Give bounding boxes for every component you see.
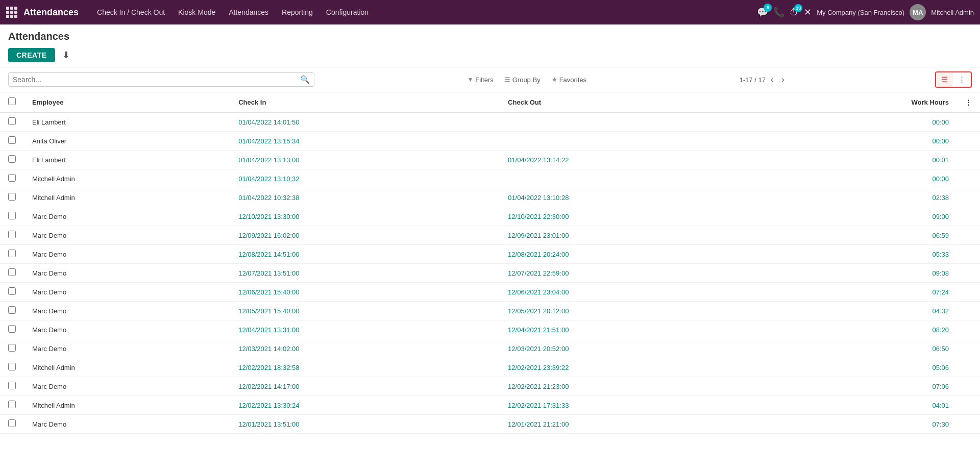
row-checkbox[interactable] <box>8 136 16 144</box>
checkin-cell[interactable]: 12/10/2021 13:30:00 <box>230 207 500 226</box>
employee-cell[interactable]: Marc Demo <box>24 415 230 434</box>
employee-cell[interactable]: Marc Demo <box>24 339 230 358</box>
checkin-cell[interactable]: 01/04/2022 13:13:00 <box>230 151 500 169</box>
employee-cell[interactable]: Marc Demo <box>24 283 230 302</box>
row-more-cell[interactable] <box>957 283 980 302</box>
checkin-cell[interactable]: 12/09/2021 16:02:00 <box>230 226 500 245</box>
checkout-cell[interactable]: 12/05/2021 20:12:00 <box>500 302 769 320</box>
row-checkbox[interactable] <box>8 401 16 408</box>
employee-cell[interactable]: Eli Lambert <box>24 151 230 169</box>
checkin-cell[interactable]: 12/04/2021 13:31:00 <box>230 320 500 339</box>
row-more-cell[interactable] <box>957 151 980 169</box>
employee-cell[interactable]: Mitchell Admin <box>24 188 230 207</box>
row-more-cell[interactable] <box>957 264 980 283</box>
employee-cell[interactable]: Mitchell Admin <box>24 396 230 415</box>
row-checkbox[interactable] <box>8 344 16 352</box>
checkout-cell[interactable] <box>500 132 769 151</box>
row-more-cell[interactable] <box>957 132 980 151</box>
checkin-cell[interactable]: 12/02/2021 14:17:00 <box>230 377 500 396</box>
employee-cell[interactable]: Marc Demo <box>24 245 230 264</box>
checkin-cell[interactable]: 12/02/2021 13:30:24 <box>230 396 500 415</box>
row-more-cell[interactable] <box>957 320 980 339</box>
nav-kiosk[interactable]: Kiosk Mode <box>172 5 222 19</box>
row-more-cell[interactable] <box>957 358 980 377</box>
employee-cell[interactable]: Marc Demo <box>24 377 230 396</box>
nav-checkin[interactable]: Check In / Check Out <box>91 5 171 19</box>
checkout-cell[interactable]: 12/04/2021 21:51:00 <box>500 320 769 339</box>
row-more-cell[interactable] <box>957 377 980 396</box>
checkout-cell[interactable]: 12/02/2021 23:39:22 <box>500 358 769 377</box>
clock-icon-btn[interactable]: ⏱ 33 <box>790 7 799 18</box>
row-checkbox[interactable] <box>8 382 16 389</box>
checkout-cell[interactable]: 12/01/2021 21:21:00 <box>500 415 769 434</box>
prev-page-button[interactable]: ‹ <box>768 74 776 85</box>
search-input[interactable] <box>13 76 300 84</box>
employee-cell[interactable]: Eli Lambert <box>24 112 230 132</box>
checkin-cell[interactable]: 12/05/2021 15:40:00 <box>230 302 500 320</box>
checkout-cell[interactable] <box>500 112 769 132</box>
groupby-button[interactable]: ☰ Group By <box>500 73 546 86</box>
row-checkbox[interactable] <box>8 268 16 276</box>
checkin-cell[interactable]: 12/08/2021 14:51:00 <box>230 245 500 264</box>
filters-button[interactable]: ▼ Filters <box>462 73 498 86</box>
row-more-cell[interactable] <box>957 339 980 358</box>
checkout-cell[interactable]: 12/06/2021 23:04:00 <box>500 283 769 302</box>
checkout-cell[interactable]: 12/02/2021 21:23:00 <box>500 377 769 396</box>
checkout-cell[interactable]: 12/03/2021 20:52:00 <box>500 339 769 358</box>
row-checkbox[interactable] <box>8 212 16 219</box>
checkout-cell[interactable] <box>500 169 769 188</box>
checkout-cell[interactable]: 12/10/2021 22:30:00 <box>500 207 769 226</box>
checkin-cell[interactable]: 12/07/2021 13:51:00 <box>230 264 500 283</box>
next-page-button[interactable]: › <box>778 74 787 85</box>
row-checkbox[interactable] <box>8 250 16 257</box>
nav-reporting[interactable]: Reporting <box>276 5 319 19</box>
row-checkbox[interactable] <box>8 363 16 370</box>
row-checkbox[interactable] <box>8 174 16 182</box>
close-icon-btn[interactable]: ✕ <box>804 7 812 18</box>
download-button[interactable]: ⬇ <box>59 47 73 63</box>
row-more-cell[interactable] <box>957 188 980 207</box>
nav-configuration[interactable]: Configuration <box>320 5 375 19</box>
chat-icon-btn[interactable]: 💬 8 <box>757 7 768 18</box>
checkout-cell[interactable]: 12/09/2021 23:01:00 <box>500 226 769 245</box>
checkin-cell[interactable]: 01/04/2022 13:15:34 <box>230 132 500 151</box>
checkin-cell[interactable]: 12/03/2021 14:02:00 <box>230 339 500 358</box>
row-more-cell[interactable] <box>957 112 980 132</box>
list-view-button[interactable]: ☰ <box>936 72 953 87</box>
checkin-cell[interactable]: 12/06/2021 15:40:00 <box>230 283 500 302</box>
row-checkbox[interactable] <box>8 193 16 201</box>
apps-icon[interactable] <box>6 7 17 18</box>
row-checkbox[interactable] <box>8 306 16 314</box>
employee-cell[interactable]: Mitchell Admin <box>24 169 230 188</box>
phone-icon-btn[interactable]: 📞 <box>773 7 785 18</box>
checkin-cell[interactable]: 01/04/2022 14:01:50 <box>230 112 500 132</box>
row-more-cell[interactable] <box>957 415 980 434</box>
row-more-cell[interactable] <box>957 396 980 415</box>
favorites-button[interactable]: ★ Favorites <box>547 73 592 86</box>
checkin-cell[interactable]: 01/04/2022 13:10:32 <box>230 169 500 188</box>
row-checkbox[interactable] <box>8 287 16 295</box>
employee-cell[interactable]: Marc Demo <box>24 320 230 339</box>
row-more-cell[interactable] <box>957 302 980 320</box>
checkout-cell[interactable]: 12/02/2021 17:31:33 <box>500 396 769 415</box>
row-checkbox[interactable] <box>8 325 16 333</box>
row-more-cell[interactable] <box>957 169 980 188</box>
checkout-cell[interactable]: 01/04/2022 13:14:22 <box>500 151 769 169</box>
checkout-cell[interactable]: 12/08/2021 20:24:00 <box>500 245 769 264</box>
nav-attendances[interactable]: Attendances <box>223 5 275 19</box>
employee-cell[interactable]: Marc Demo <box>24 264 230 283</box>
checkin-cell[interactable]: 12/01/2021 13:51:00 <box>230 415 500 434</box>
employee-cell[interactable]: Marc Demo <box>24 302 230 320</box>
employee-cell[interactable]: Mitchell Admin <box>24 358 230 377</box>
row-checkbox[interactable] <box>8 117 16 125</box>
checkin-cell[interactable]: 12/02/2021 18:32:58 <box>230 358 500 377</box>
select-all-checkbox[interactable] <box>8 97 16 105</box>
kanban-view-button[interactable]: ⋮ <box>953 72 971 87</box>
row-more-cell[interactable] <box>957 207 980 226</box>
row-checkbox[interactable] <box>8 419 16 427</box>
row-more-cell[interactable] <box>957 226 980 245</box>
employee-cell[interactable]: Anita Oliver <box>24 132 230 151</box>
employee-cell[interactable]: Marc Demo <box>24 207 230 226</box>
employee-cell[interactable]: Marc Demo <box>24 226 230 245</box>
checkout-cell[interactable]: 01/04/2022 13:10:28 <box>500 188 769 207</box>
